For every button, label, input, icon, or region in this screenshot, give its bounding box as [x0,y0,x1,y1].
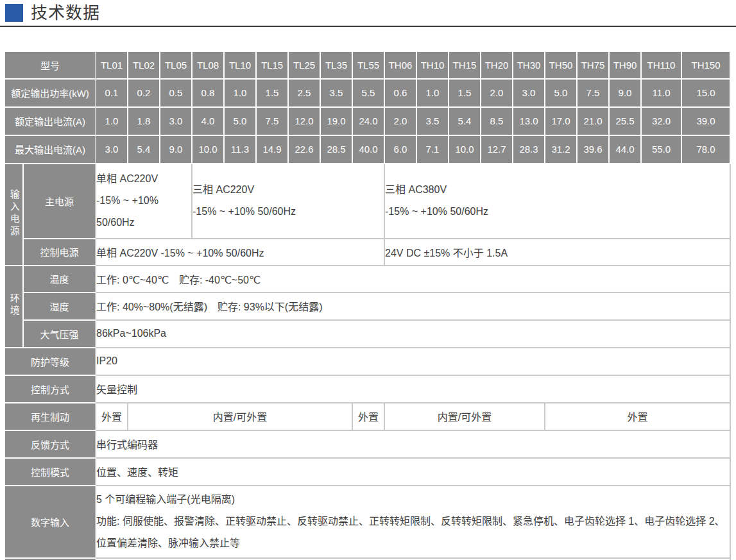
spec-cell: 工作: 40%~80%(无结露) 贮存: 93%以下(无结露) [96,293,731,321]
spec-cell-line: 5 个可编程输入端子(光电隔离) [96,489,730,511]
spec-value-cell: 11.3 [225,136,257,164]
spec-value-cell: 39.0 [682,108,731,136]
spec-cell-line: 单相 AC220V [96,168,191,190]
row-label: 控制方式 [5,376,96,403]
spec-value-cell: 0.8 [193,80,225,108]
spec-value-cell: 15.0 [682,80,731,108]
row-label: 大气压强 [24,321,96,348]
model-col-header: TL08 [193,52,225,80]
spec-cell: 矢量控制 [96,376,731,403]
spec-value-cell: 39.6 [578,136,610,164]
spec-value-cell: 10.0 [449,136,481,164]
model-col-header: TH06 [385,52,417,80]
spec-value-cell: 9.0 [610,80,642,108]
model-col-header: TL10 [225,52,257,80]
spec-value-cell: 7.1 [417,136,449,164]
row-label: 数字输入 [5,486,96,559]
accent-square-icon [5,4,23,22]
spec-cell: 单相 AC220V -15% ~ +10% 50/60Hz [96,239,385,266]
spec-value-cell: 9.0 [160,136,193,164]
spec-value-cell: 5.4 [128,136,160,164]
spec-value-cell: 17.0 [545,108,578,136]
row-label: 防护等级 [5,348,96,376]
row-label: 额定输出电流(A) [5,108,96,136]
model-col-header: TL05 [160,52,193,80]
spec-value-cell: 3.0 [160,108,193,136]
model-col-header: TL02 [128,52,160,80]
spec-value-cell: 5.0 [545,80,578,108]
spec-value-cell: 5.0 [225,108,257,136]
group-label: 输入电源 [5,164,24,266]
spec-cell: 24V DC ±15% 不小于 1.5A [385,239,731,266]
row-label: 控制模式 [5,459,96,486]
spec-cell: 86kPa~106kPa [96,321,731,348]
spec-value-cell: 10.0 [193,136,225,164]
spec-value-cell: 21.0 [578,108,610,136]
spec-value-cell: 5.4 [449,108,481,136]
spec-value-cell: 12.7 [481,136,513,164]
page-title: 技术数据 [31,4,100,22]
model-col-header: TH30 [513,52,545,80]
spec-value-cell: 1.0 [225,80,257,108]
model-col-header: TH150 [682,52,731,80]
model-col-header: TH20 [481,52,513,80]
spec-value-cell: 0.2 [128,80,160,108]
model-col-header: TL55 [353,52,385,80]
spec-cell: 内置/可外置 [128,403,353,431]
spec-value-cell: 6.0 [385,136,417,164]
spec-value-cell: 0.1 [96,80,128,108]
spec-value-cell: 19.0 [321,108,353,136]
spec-cell: 内置/可外置 [385,403,545,431]
spec-cell-line: -15% ~ +10% 50/60Hz [385,201,730,223]
spec-cell: 工作: 0℃~40℃ 贮存: -40℃~50℃ [96,266,731,293]
row-label: 湿度 [24,293,96,321]
spec-value-cell: 3.0 [96,136,128,164]
spec-cell-line: -15% ~ +10% [96,190,191,212]
spec-value-cell: 1.0 [96,108,128,136]
spec-cell: IP20 [96,348,731,376]
spec-value-cell: 13.0 [513,108,545,136]
model-col-header: TH10 [417,52,449,80]
spec-value-cell: 78.0 [682,136,731,164]
row-label: 控制电源 [24,239,96,266]
spec-value-cell: 2.0 [481,80,513,108]
spec-value-cell: 3.0 [513,80,545,108]
spec-cell-line: 50/60Hz [96,212,191,233]
spec-value-cell: 2.0 [385,108,417,136]
row-label: 最大输出电流(A) [5,136,96,164]
spec-cell: 三相 AC380V-15% ~ +10% 50/60Hz [385,164,731,239]
spec-value-cell: 2.5 [289,80,321,108]
spec-value-cell: 0.6 [385,80,417,108]
spec-value-cell: 28.5 [321,136,353,164]
spec-value-cell: 8.5 [481,108,513,136]
spec-value-cell: 0.5 [160,80,193,108]
spec-value-cell: 32.0 [642,108,682,136]
spec-table-body: 型号TL01TL02TL05TL08TL10TL15TL25TL35TL55TH… [5,52,731,560]
model-col-header: TL01 [96,52,128,80]
spec-value-cell: 12.0 [289,108,321,136]
spec-value-cell: 31.2 [545,136,578,164]
spec-cell-line: 三相 AC220V [193,179,384,201]
spec-value-cell: 40.0 [353,136,385,164]
spec-value-cell: 1.8 [128,108,160,136]
model-col-header: TH50 [545,52,578,80]
spec-cell: 单相 AC220V-15% ~ +10%50/60Hz [96,164,193,239]
spec-cell: 位置、速度、转矩 [96,459,731,486]
spec-cell: 5 个可编程输入端子(光电隔离)功能: 伺服使能、报警清除、正转驱动禁止、反转驱… [96,486,731,559]
section-header: 技术数据 [0,0,736,27]
spec-cell: 三相 AC220V-15% ~ +10% 50/60Hz [193,164,385,239]
spec-cell: 外置 [353,403,385,431]
spec-cell-line: 三相 AC380V [385,179,730,201]
row-label: 反馈方式 [5,431,96,459]
model-col-header: TL25 [289,52,321,80]
row-label: 温度 [24,266,96,293]
spec-cell: 外置 [96,403,128,431]
group-label-text: 环境 [8,293,19,318]
spec-table: 型号TL01TL02TL05TL08TL10TL15TL25TL35TL55TH… [5,52,731,560]
model-col-header: TH90 [610,52,642,80]
spec-value-cell: 28.3 [513,136,545,164]
row-label: 再生制动 [5,403,96,431]
spec-value-cell: 5.5 [353,80,385,108]
spec-value-cell: 55.0 [642,136,682,164]
row-label-model: 型号 [5,52,96,80]
